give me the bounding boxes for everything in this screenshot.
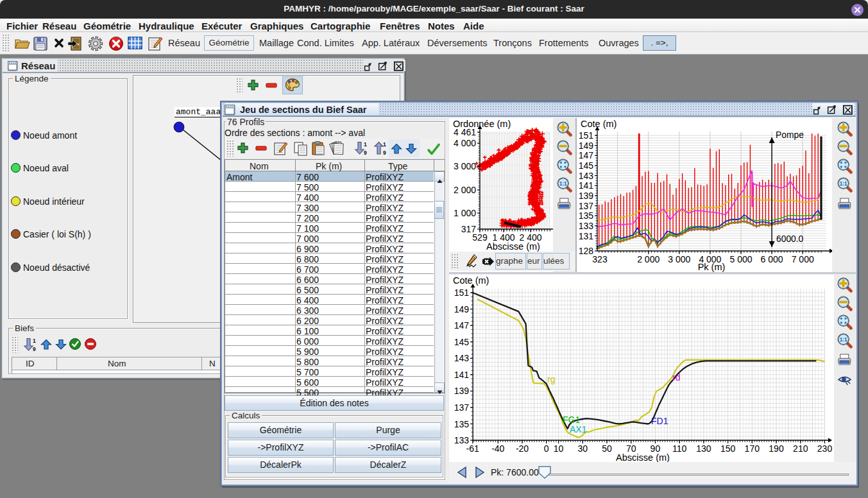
svg-text:1 000: 1 000 (454, 208, 476, 218)
svg-text:147: 147 (454, 320, 470, 331)
svg-text:Ordonnée (m): Ordonnée (m) (453, 119, 511, 129)
svg-text:Abscisse (m): Abscisse (m) (486, 241, 540, 252)
svg-text:3 000: 3 000 (668, 254, 690, 264)
svg-text:FG1: FG1 (563, 415, 580, 425)
svg-text:Cote (m): Cote (m) (453, 275, 489, 286)
svg-text:9: 9 (33, 346, 36, 352)
svg-text:147: 147 (579, 150, 594, 160)
svg-text:139: 139 (579, 191, 594, 201)
svg-text:323: 323 (592, 254, 608, 264)
svg-text:149: 149 (579, 141, 594, 151)
svg-text:AX1: AX1 (570, 424, 587, 434)
svg-text:-40: -40 (491, 443, 504, 454)
svg-text:128: 128 (579, 246, 594, 256)
svg-text:149: 149 (454, 304, 470, 314)
svg-text:6 000: 6 000 (761, 254, 783, 264)
svg-text:141: 141 (454, 370, 470, 380)
svg-text:Pompe: Pompe (776, 130, 804, 140)
svg-text:135: 135 (579, 210, 594, 221)
svg-text:143: 143 (579, 171, 594, 181)
svg-text:141: 141 (579, 180, 594, 191)
svg-text:137: 137 (579, 201, 594, 211)
svg-text:135: 135 (454, 419, 470, 429)
svg-text:145: 145 (579, 160, 594, 171)
svg-text:Abscisse (m): Abscisse (m) (616, 452, 670, 462)
svg-text:1:1: 1:1 (559, 181, 567, 187)
svg-text:-20: -20 (516, 443, 529, 454)
svg-text:4 000: 4 000 (454, 138, 476, 148)
svg-text:0: 0 (544, 443, 549, 454)
svg-text:rg: rg (547, 374, 555, 384)
svg-text:6000.0: 6000.0 (776, 234, 804, 244)
svg-text:151: 151 (454, 288, 470, 298)
svg-text:9: 9 (364, 150, 367, 156)
svg-text:Cote (m): Cote (m) (581, 119, 617, 129)
svg-text:145: 145 (454, 337, 470, 347)
svg-text:30: 30 (578, 443, 588, 454)
svg-text:130: 130 (696, 443, 711, 454)
svg-text:FD1: FD1 (651, 416, 668, 426)
svg-text:150: 150 (720, 443, 736, 454)
svg-text:133: 133 (579, 221, 594, 231)
svg-text:1: 1 (383, 141, 386, 148)
svg-text:170: 170 (745, 443, 760, 454)
svg-text:131: 131 (579, 231, 594, 241)
svg-text:10: 10 (554, 443, 564, 454)
svg-text:190: 190 (769, 443, 784, 454)
svg-text:137: 137 (454, 402, 470, 413)
svg-text:7 000: 7 000 (792, 254, 814, 264)
svg-text:1: 1 (364, 141, 367, 148)
svg-text:110: 110 (672, 443, 687, 454)
svg-text:2 000: 2 000 (454, 185, 476, 195)
svg-text:9: 9 (383, 150, 386, 156)
svg-text:3 000: 3 000 (454, 161, 476, 171)
svg-text:1:1: 1:1 (840, 181, 847, 187)
svg-text:50: 50 (602, 443, 612, 454)
svg-text:151: 151 (579, 130, 594, 141)
svg-text:143: 143 (454, 353, 470, 363)
svg-text:1: 1 (33, 338, 36, 344)
svg-text:529: 529 (472, 232, 488, 243)
svg-text:1:1: 1:1 (840, 337, 847, 343)
svg-text:139: 139 (454, 386, 470, 396)
svg-text:2 000: 2 000 (637, 254, 660, 264)
svg-text:-61: -61 (466, 443, 479, 454)
svg-text:rd: rd (672, 372, 680, 382)
svg-text:230: 230 (817, 443, 833, 454)
svg-text:Pk (m): Pk (m) (698, 262, 726, 272)
svg-text:210: 210 (793, 443, 808, 454)
svg-text:5 000: 5 000 (729, 254, 752, 264)
